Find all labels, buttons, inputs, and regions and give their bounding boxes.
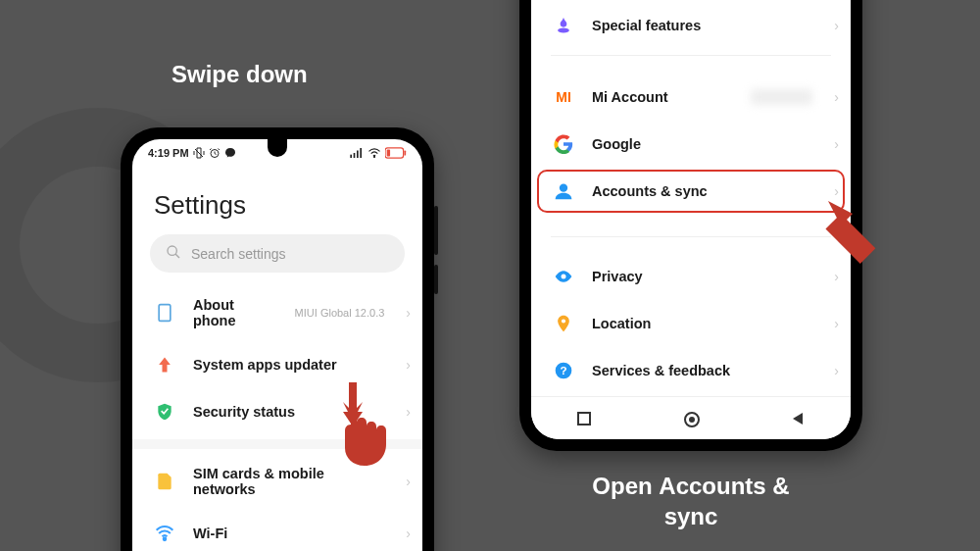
svg-rect-20 <box>578 413 590 425</box>
row-special-features[interactable]: Special features › <box>531 2 851 49</box>
search-icon <box>166 244 181 263</box>
chevron-right-icon: › <box>834 136 839 152</box>
svg-point-17 <box>562 319 565 323</box>
chevron-right-icon: › <box>834 183 839 199</box>
phone-frame-left: 4:19 PM <box>121 127 434 551</box>
chevron-right-icon: › <box>406 305 411 321</box>
svg-point-16 <box>562 275 566 279</box>
sim-card-icon <box>154 471 175 492</box>
svg-point-15 <box>560 184 567 192</box>
search-placeholder: Search settings <box>191 246 286 262</box>
vibrate-icon <box>193 147 205 159</box>
svg-point-14 <box>558 28 569 33</box>
phone-screen-left: 4:19 PM <box>132 139 422 551</box>
svg-point-11 <box>164 538 167 541</box>
row-security-status[interactable]: Security status › <box>132 388 422 435</box>
nav-home-button[interactable] <box>683 411 699 426</box>
chevron-right-icon: › <box>834 89 839 105</box>
row-sim-cards[interactable]: SIM cards & mobile networks › <box>132 453 422 510</box>
row-services-feedback[interactable]: ? Services & feedback › <box>531 347 851 394</box>
svg-rect-3 <box>357 151 359 159</box>
svg-rect-1 <box>350 155 352 158</box>
row-mi-account[interactable]: MI Mi Account xxxxx › <box>531 74 851 121</box>
mi-logo-icon: MI <box>553 86 574 108</box>
svg-text:?: ? <box>560 364 566 376</box>
location-pin-icon <box>553 313 574 334</box>
mi-account-value-obscured: xxxxx <box>751 89 813 105</box>
svg-rect-4 <box>360 148 362 158</box>
section-divider <box>551 236 831 237</box>
row-location[interactable]: Location › <box>531 300 851 347</box>
phone-icon <box>154 302 175 324</box>
row-accounts-sync[interactable]: Accounts & sync › <box>531 168 851 215</box>
row-system-apps-updater[interactable]: System apps updater › <box>132 341 422 388</box>
caption-swipe-down: Swipe down <box>172 59 308 89</box>
shield-check-icon <box>154 401 175 423</box>
section-divider <box>132 439 422 449</box>
svg-point-9 <box>168 246 176 255</box>
status-time: 4:19 PM <box>148 147 189 159</box>
person-icon <box>553 180 574 202</box>
wifi-icon <box>154 523 175 544</box>
phone-frame-right: Special features › MI Mi Account xxxxx ›… <box>519 0 862 451</box>
svg-point-22 <box>689 417 695 423</box>
caption-open-accounts: Open Accounts & sync <box>578 471 804 531</box>
section-divider <box>551 55 831 56</box>
google-logo-icon <box>553 133 574 155</box>
phone-screen-right: Special features › MI Mi Account xxxxx ›… <box>531 0 851 439</box>
chevron-right-icon: › <box>406 526 411 541</box>
row-privacy[interactable]: Privacy › <box>531 253 851 300</box>
svg-point-5 <box>373 156 374 157</box>
eye-icon <box>553 266 574 287</box>
page-title: Settings <box>132 163 422 234</box>
messenger-icon <box>224 147 236 159</box>
signal-icon <box>350 148 364 158</box>
nav-recent-button[interactable] <box>576 411 592 426</box>
chevron-right-icon: › <box>834 316 839 331</box>
arrow-up-icon <box>154 354 175 376</box>
row-google[interactable]: Google › <box>531 121 851 168</box>
chevron-right-icon: › <box>406 474 411 489</box>
svg-rect-8 <box>404 150 406 155</box>
wifi-status-icon <box>368 148 381 158</box>
battery-icon <box>385 147 407 159</box>
chevron-right-icon: › <box>834 363 839 378</box>
svg-rect-2 <box>354 153 356 158</box>
android-nav-bar <box>531 396 851 439</box>
special-features-icon <box>553 15 574 36</box>
row-wifi[interactable]: Wi-Fi › <box>132 510 422 551</box>
nav-back-button[interactable] <box>790 411 806 426</box>
svg-rect-10 <box>159 305 171 322</box>
chevron-right-icon: › <box>406 404 411 420</box>
search-input[interactable]: Search settings <box>150 234 405 273</box>
row-about-phone[interactable]: About phone MIUI Global 12.0.3 › <box>132 284 422 341</box>
svg-marker-23 <box>793 413 803 425</box>
chevron-right-icon: › <box>834 269 839 284</box>
svg-rect-7 <box>387 150 390 157</box>
chevron-right-icon: › <box>406 357 411 373</box>
question-circle-icon: ? <box>553 360 574 381</box>
chevron-right-icon: › <box>834 18 839 33</box>
alarm-icon <box>209 147 220 159</box>
